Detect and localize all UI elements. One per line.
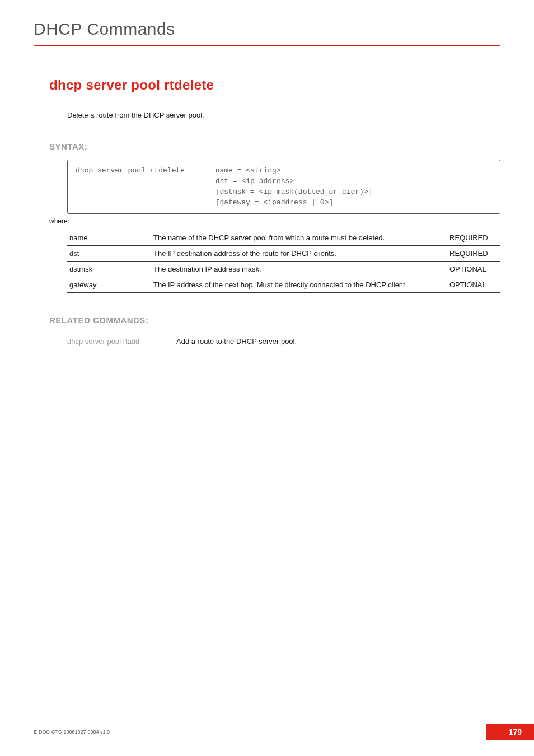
document-id: E-DOC-CTC-20061027-0004 v1.0 — [34, 729, 110, 735]
related-command-name: dhcp server pool rtadd — [67, 337, 160, 346]
command-title: dhcp server pool rtdelete — [49, 77, 500, 93]
param-required: REQUIRED — [447, 246, 500, 262]
table-row: dstmsk The destination IP address mask. … — [67, 262, 500, 277]
param-desc: The IP address of the next hop. Must be … — [151, 277, 447, 293]
related-command-desc: Add a route to the DHCP server pool. — [176, 337, 297, 346]
param-required: OPTIONAL — [447, 277, 500, 293]
syntax-label: SYNTAX: — [49, 142, 500, 151]
related-commands-label: RELATED COMMANDS: — [49, 315, 500, 325]
table-row: name The name of the DHCP server pool fr… — [67, 230, 500, 246]
param-desc: The IP destination address of the route … — [151, 246, 447, 262]
related-row: dhcp server pool rtadd Add a route to th… — [67, 337, 500, 346]
param-desc: The destination IP address mask. — [151, 262, 447, 277]
syntax-box: dhcp server pool rtdelete name = <string… — [67, 160, 500, 214]
chapter-title: DHCP Commands — [34, 20, 500, 39]
param-name: dst — [67, 246, 151, 262]
param-name: dstmsk — [67, 262, 151, 277]
page-footer: E-DOC-CTC-20061027-0004 v1.0 179 — [34, 724, 534, 740]
param-required: OPTIONAL — [447, 262, 500, 277]
header-rule — [34, 45, 500, 46]
where-label: where: — [49, 217, 500, 225]
param-name: gateway — [67, 277, 151, 293]
page-number: 179 — [486, 724, 534, 740]
command-description: Delete a route from the DHCP server pool… — [67, 111, 500, 119]
related-commands-block: dhcp server pool rtadd Add a route to th… — [67, 337, 500, 346]
table-row: dst The IP destination address of the ro… — [67, 246, 500, 262]
param-name: name — [67, 230, 151, 246]
table-row: gateway The IP address of the next hop. … — [67, 277, 500, 293]
param-desc: The name of the DHCP server pool from wh… — [151, 230, 447, 246]
parameter-table: name The name of the DHCP server pool fr… — [67, 230, 500, 293]
param-required: REQUIRED — [447, 230, 500, 246]
